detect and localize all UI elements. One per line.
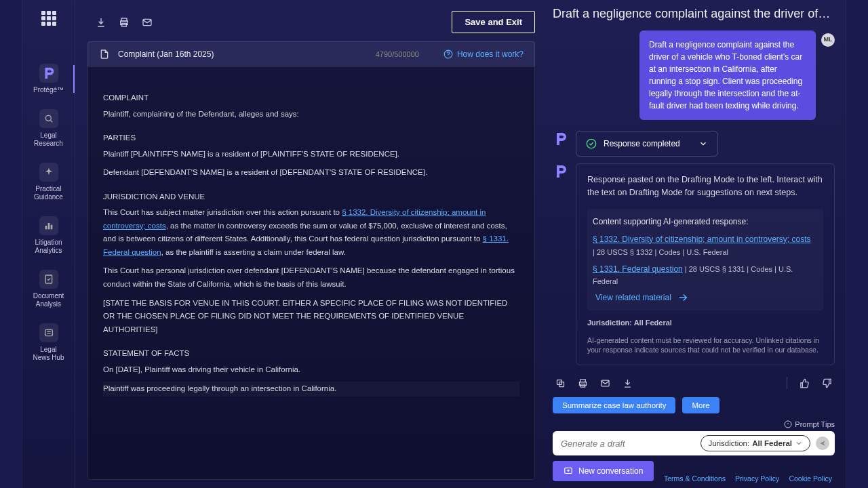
sparkle-icon: [39, 163, 58, 182]
protege-logo-icon: [39, 64, 58, 83]
bar-chart-icon: [39, 216, 58, 235]
char-count: 4790/500000: [376, 50, 419, 58]
chat-panel: Draft a negligence complaint against the…: [547, 0, 846, 488]
cookie-link[interactable]: Cookie Policy: [789, 474, 832, 483]
supporting-content: Content supporting AI-generated response…: [587, 209, 823, 311]
nav-document-analysis[interactable]: Document Analysis: [22, 266, 75, 312]
news-icon: [39, 323, 58, 342]
jurisdiction-label: Jurisdiction: All Federal: [587, 317, 823, 329]
view-related-link[interactable]: View related material: [593, 291, 818, 304]
thumbs-up-icon[interactable]: [800, 378, 810, 388]
more-chip[interactable]: More: [682, 397, 719, 413]
doc-header: Complaint (Jan 16th 2025) 4790/500000 Ho…: [87, 41, 535, 66]
doc-section: JURISDICTION AND VENUE: [103, 190, 519, 204]
nav-label: Document Analysis: [33, 292, 64, 308]
search-doc-icon: [39, 109, 58, 128]
nav-label: Legal News Hub: [33, 346, 64, 362]
doc-section: PARTIES: [103, 131, 519, 145]
svg-rect-2: [47, 223, 50, 229]
doc-paragraph: This Court has personal jurisdiction ove…: [103, 264, 519, 291]
suggestion-chips: Summarize case law authority More: [553, 394, 835, 419]
thumbs-down-icon[interactable]: [822, 378, 832, 388]
svg-rect-3: [50, 225, 52, 230]
nav-label: Protégé™: [33, 86, 64, 94]
response-status-toggle[interactable]: Response completed: [576, 131, 718, 157]
user-message: Draft a negligence complaint against the…: [639, 30, 816, 120]
sidebar: Protégé™ Legal Research Practical Guidan…: [22, 0, 75, 488]
doc-paragraph: On [DATE], Plaintiff was driving their v…: [103, 363, 519, 377]
citation-link[interactable]: § 1332. Diversity of citizenship; amount…: [593, 235, 810, 244]
chat-input[interactable]: [561, 439, 695, 449]
nav-litigation-analytics[interactable]: Litigation Analytics: [22, 212, 75, 259]
print-icon[interactable]: [119, 17, 130, 28]
apps-grid-icon[interactable]: [41, 11, 56, 26]
citation-link[interactable]: § 1331. Federal question: [593, 264, 683, 274]
download-icon[interactable]: [96, 17, 106, 28]
doc-paragraph: This Court has subject matter jurisdicti…: [103, 206, 519, 259]
doc-paragraph: [STATE THE BASIS FOR VENUE IN THIS COURT…: [103, 297, 519, 337]
nav-label: Legal Research: [34, 131, 63, 148]
mail-icon[interactable]: [600, 378, 610, 388]
doc-paragraph: Defendant [DEFENDANT'S NAME] is a reside…: [103, 166, 519, 180]
chat-plus-icon: [564, 466, 573, 476]
doc-paragraph: Plaintiff [PLAINTIFF'S NAME] is a reside…: [103, 148, 519, 161]
editor-column: Save and Exit Complaint (Jan 16th 2025) …: [75, 0, 547, 488]
download-icon[interactable]: [623, 378, 633, 388]
svg-point-0: [45, 115, 51, 121]
chevron-down-icon: [795, 439, 803, 447]
nav-label: Litigation Analytics: [35, 239, 62, 255]
nav-legal-news[interactable]: Legal News Hub: [22, 319, 75, 366]
svg-point-11: [587, 139, 595, 148]
editor-toolbar: Save and Exit: [87, 11, 535, 33]
prompt-tips-link[interactable]: Prompt Tips: [784, 420, 835, 428]
footer-links: Terms & Conditions Privacy Policy Cookie…: [664, 474, 832, 483]
how-does-it-work-link[interactable]: How does it work?: [443, 49, 524, 59]
check-icon: [586, 138, 597, 149]
mail-icon[interactable]: [142, 17, 153, 28]
document-editor[interactable]: COMPLAINT Plaintiff, complaining of the …: [87, 66, 535, 480]
chat-input-row: Jurisdiction: All Federal: [553, 431, 835, 455]
jurisdiction-select[interactable]: Jurisdiction: All Federal: [701, 435, 810, 451]
response-text: Response pasted on the Drafting Mode to …: [587, 174, 823, 199]
nav-legal-research[interactable]: Legal Research: [22, 105, 75, 152]
doc-paragraph-highlighted: Plaintiff was proceeding legally through…: [103, 382, 519, 396]
new-conversation-button[interactable]: New conversation: [553, 461, 654, 481]
print-icon[interactable]: [578, 378, 588, 388]
doc-paragraph: Plaintiff, complaining of the Defendant,…: [103, 108, 519, 121]
disclaimer-text: AI-generated content must be reviewed fo…: [587, 336, 823, 355]
summarize-chip[interactable]: Summarize case law authority: [553, 397, 675, 413]
terms-link[interactable]: Terms & Conditions: [664, 474, 726, 483]
nav-practical-guidance[interactable]: Practical Guidance: [22, 159, 75, 205]
privacy-link[interactable]: Privacy Policy: [735, 474, 779, 483]
file-icon: [99, 49, 110, 60]
nav-label: Practical Guidance: [34, 185, 63, 201]
response-actions: [553, 371, 835, 394]
chevron-down-icon: [698, 139, 708, 148]
nav-protege[interactable]: Protégé™: [22, 60, 75, 98]
user-avatar: ML: [821, 33, 835, 47]
response-card: Response pasted on the Drafting Mode to …: [576, 163, 835, 365]
ai-avatar-icon: [553, 131, 569, 147]
citation-meta: | 28 USCS § 1332 | Codes | U.S. Federal: [593, 247, 818, 258]
doc-heading: COMPLAINT: [103, 92, 519, 105]
doc-section: STATEMENT OF FACTS: [103, 347, 519, 361]
copy-icon[interactable]: [555, 378, 566, 388]
save-exit-button[interactable]: Save and Exit: [452, 11, 535, 33]
svg-rect-1: [45, 226, 47, 229]
document-check-icon: [39, 270, 58, 289]
ai-avatar-icon: [553, 163, 569, 180]
chat-title: Draft a negligence complaint against the…: [553, 7, 835, 21]
send-button[interactable]: [816, 436, 829, 450]
doc-title: Complaint (Jan 16th 2025): [118, 49, 214, 59]
